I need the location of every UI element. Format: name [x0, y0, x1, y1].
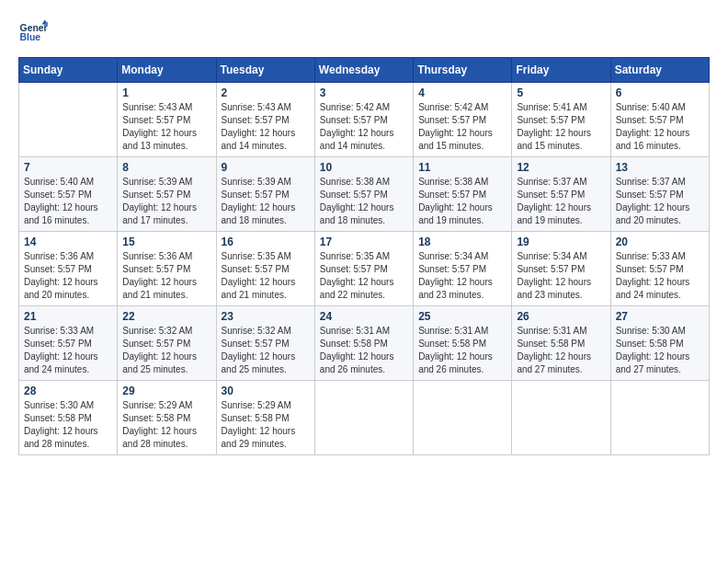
day-cell: 29Sunrise: 5:29 AM Sunset: 5:58 PM Dayli…: [118, 381, 216, 455]
day-number: 25: [418, 310, 506, 323]
day-cell: 26Sunrise: 5:31 AM Sunset: 5:58 PM Dayli…: [512, 306, 610, 381]
day-cell: 2Sunrise: 5:43 AM Sunset: 5:57 PM Daylig…: [216, 83, 314, 157]
day-number: 29: [122, 385, 210, 397]
weekday-tuesday: Tuesday: [216, 58, 314, 83]
day-number: 20: [616, 236, 704, 248]
day-number: 15: [122, 236, 210, 248]
weekday-wednesday: Wednesday: [314, 58, 413, 83]
day-cell: 28Sunrise: 5:30 AM Sunset: 5:58 PM Dayli…: [19, 381, 118, 455]
day-cell: 13Sunrise: 5:37 AM Sunset: 5:57 PM Dayli…: [610, 157, 709, 232]
weekday-thursday: Thursday: [414, 58, 512, 83]
day-number: 16: [222, 236, 310, 248]
day-number: 9: [222, 161, 310, 174]
day-cell: 20Sunrise: 5:33 AM Sunset: 5:57 PM Dayli…: [610, 232, 709, 306]
weekday-sunday: Sunday: [19, 58, 118, 83]
day-number: 7: [24, 161, 112, 174]
day-info: Sunrise: 5:31 AM Sunset: 5:58 PM Dayligh…: [320, 325, 408, 376]
day-info: Sunrise: 5:29 AM Sunset: 5:58 PM Dayligh…: [222, 399, 310, 451]
day-cell: [19, 83, 118, 157]
day-cell: [414, 381, 512, 455]
day-cell: 5Sunrise: 5:41 AM Sunset: 5:57 PM Daylig…: [512, 83, 610, 157]
day-info: Sunrise: 5:36 AM Sunset: 5:57 PM Dayligh…: [24, 250, 112, 302]
week-row-3: 14Sunrise: 5:36 AM Sunset: 5:57 PM Dayli…: [19, 232, 710, 306]
page-header: General Blue: [18, 18, 710, 48]
day-cell: 27Sunrise: 5:30 AM Sunset: 5:58 PM Dayli…: [610, 306, 709, 381]
day-info: Sunrise: 5:42 AM Sunset: 5:57 PM Dayligh…: [418, 101, 506, 153]
day-info: Sunrise: 5:30 AM Sunset: 5:58 PM Dayligh…: [616, 325, 704, 376]
day-cell: 8Sunrise: 5:39 AM Sunset: 5:57 PM Daylig…: [118, 157, 216, 232]
day-cell: 11Sunrise: 5:38 AM Sunset: 5:57 PM Dayli…: [414, 157, 512, 232]
day-info: Sunrise: 5:32 AM Sunset: 5:57 PM Dayligh…: [222, 325, 310, 376]
weekday-header-row: SundayMondayTuesdayWednesdayThursdayFrid…: [19, 58, 710, 83]
day-info: Sunrise: 5:37 AM Sunset: 5:57 PM Dayligh…: [616, 176, 704, 227]
day-cell: 23Sunrise: 5:32 AM Sunset: 5:57 PM Dayli…: [216, 306, 314, 381]
day-number: 22: [122, 310, 210, 323]
day-number: 28: [24, 385, 112, 397]
day-cell: 18Sunrise: 5:34 AM Sunset: 5:57 PM Dayli…: [414, 232, 512, 306]
week-row-1: 1Sunrise: 5:43 AM Sunset: 5:57 PM Daylig…: [19, 83, 710, 157]
day-cell: [512, 381, 610, 455]
day-number: 13: [616, 161, 704, 174]
day-cell: 6Sunrise: 5:40 AM Sunset: 5:57 PM Daylig…: [610, 83, 709, 157]
day-number: 19: [517, 236, 605, 248]
day-number: 14: [24, 236, 112, 248]
day-info: Sunrise: 5:35 AM Sunset: 5:57 PM Dayligh…: [222, 250, 310, 302]
day-cell: 3Sunrise: 5:42 AM Sunset: 5:57 PM Daylig…: [314, 83, 413, 157]
day-cell: [610, 381, 709, 455]
day-info: Sunrise: 5:35 AM Sunset: 5:57 PM Dayligh…: [320, 250, 408, 302]
day-cell: 10Sunrise: 5:38 AM Sunset: 5:57 PM Dayli…: [314, 157, 413, 232]
day-info: Sunrise: 5:38 AM Sunset: 5:57 PM Dayligh…: [418, 176, 506, 227]
day-cell: 12Sunrise: 5:37 AM Sunset: 5:57 PM Dayli…: [512, 157, 610, 232]
weekday-friday: Friday: [512, 58, 610, 83]
day-number: 18: [418, 236, 506, 248]
day-number: 11: [418, 161, 506, 174]
week-row-4: 21Sunrise: 5:33 AM Sunset: 5:57 PM Dayli…: [19, 306, 710, 381]
day-cell: 24Sunrise: 5:31 AM Sunset: 5:58 PM Dayli…: [314, 306, 413, 381]
day-cell: 21Sunrise: 5:33 AM Sunset: 5:57 PM Dayli…: [19, 306, 118, 381]
day-info: Sunrise: 5:39 AM Sunset: 5:57 PM Dayligh…: [222, 176, 310, 227]
day-cell: 15Sunrise: 5:36 AM Sunset: 5:57 PM Dayli…: [118, 232, 216, 306]
day-number: 27: [616, 310, 704, 323]
day-number: 1: [122, 86, 210, 99]
day-number: 6: [616, 86, 704, 99]
day-number: 21: [24, 310, 112, 323]
day-cell: 22Sunrise: 5:32 AM Sunset: 5:57 PM Dayli…: [118, 306, 216, 381]
day-info: Sunrise: 5:42 AM Sunset: 5:57 PM Dayligh…: [320, 101, 408, 153]
day-number: 10: [320, 161, 408, 174]
day-number: 17: [320, 236, 408, 248]
logo: General Blue: [18, 18, 51, 48]
day-info: Sunrise: 5:38 AM Sunset: 5:57 PM Dayligh…: [320, 176, 408, 227]
day-cell: 30Sunrise: 5:29 AM Sunset: 5:58 PM Dayli…: [216, 381, 314, 455]
day-number: 8: [122, 161, 210, 174]
week-row-2: 7Sunrise: 5:40 AM Sunset: 5:57 PM Daylig…: [19, 157, 710, 232]
day-info: Sunrise: 5:30 AM Sunset: 5:58 PM Dayligh…: [24, 399, 112, 451]
calendar-body: 1Sunrise: 5:43 AM Sunset: 5:57 PM Daylig…: [19, 83, 710, 455]
day-cell: 25Sunrise: 5:31 AM Sunset: 5:58 PM Dayli…: [414, 306, 512, 381]
day-cell: 1Sunrise: 5:43 AM Sunset: 5:57 PM Daylig…: [118, 83, 216, 157]
day-cell: 4Sunrise: 5:42 AM Sunset: 5:57 PM Daylig…: [414, 83, 512, 157]
day-info: Sunrise: 5:39 AM Sunset: 5:57 PM Dayligh…: [122, 176, 210, 227]
calendar-table: SundayMondayTuesdayWednesdayThursdayFrid…: [18, 57, 710, 455]
day-info: Sunrise: 5:43 AM Sunset: 5:57 PM Dayligh…: [222, 101, 310, 153]
day-info: Sunrise: 5:31 AM Sunset: 5:58 PM Dayligh…: [418, 325, 506, 376]
day-cell: 19Sunrise: 5:34 AM Sunset: 5:57 PM Dayli…: [512, 232, 610, 306]
day-cell: 16Sunrise: 5:35 AM Sunset: 5:57 PM Dayli…: [216, 232, 314, 306]
day-info: Sunrise: 5:40 AM Sunset: 5:57 PM Dayligh…: [616, 101, 704, 153]
day-number: 23: [222, 310, 310, 323]
day-info: Sunrise: 5:34 AM Sunset: 5:57 PM Dayligh…: [418, 250, 506, 302]
day-number: 12: [517, 161, 605, 174]
logo-icon: General Blue: [18, 18, 48, 48]
day-cell: 7Sunrise: 5:40 AM Sunset: 5:57 PM Daylig…: [19, 157, 118, 232]
day-number: 24: [320, 310, 408, 323]
day-info: Sunrise: 5:40 AM Sunset: 5:57 PM Dayligh…: [24, 176, 112, 227]
day-info: Sunrise: 5:34 AM Sunset: 5:57 PM Dayligh…: [517, 250, 605, 302]
day-number: 3: [320, 86, 408, 99]
day-cell: [314, 381, 413, 455]
day-cell: 14Sunrise: 5:36 AM Sunset: 5:57 PM Dayli…: [19, 232, 118, 306]
day-info: Sunrise: 5:37 AM Sunset: 5:57 PM Dayligh…: [517, 176, 605, 227]
weekday-monday: Monday: [118, 58, 216, 83]
day-info: Sunrise: 5:43 AM Sunset: 5:57 PM Dayligh…: [122, 101, 210, 153]
svg-text:Blue: Blue: [20, 32, 41, 42]
day-info: Sunrise: 5:29 AM Sunset: 5:58 PM Dayligh…: [122, 399, 210, 451]
day-info: Sunrise: 5:33 AM Sunset: 5:57 PM Dayligh…: [24, 325, 112, 376]
